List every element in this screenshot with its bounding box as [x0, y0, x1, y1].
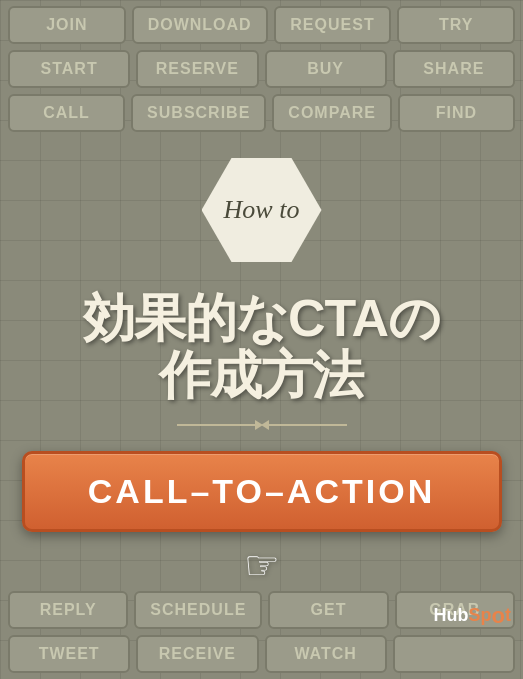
heading-line2: 作成方法	[83, 347, 440, 404]
btn-download[interactable]: DOWNLOAD	[132, 6, 268, 44]
btn-share[interactable]: SHARE	[393, 50, 515, 88]
top-button-row-1: JOIN DOWNLOAD REQUEST TRY	[0, 0, 523, 50]
top-button-row-2: START RESERVE BUY SHARE	[0, 44, 523, 94]
btn-find[interactable]: FIND	[398, 94, 515, 132]
btn-try[interactable]: TRY	[397, 6, 515, 44]
btn-compare[interactable]: COMPARE	[272, 94, 392, 132]
cursor-icon: ☞	[244, 542, 280, 588]
btn-watch[interactable]: WATCH	[265, 635, 387, 673]
btn-subscribe[interactable]: SUBSCRIBE	[131, 94, 266, 132]
btn-get[interactable]: GET	[268, 591, 388, 629]
cta-main-button[interactable]: CALL–TO–ACTION	[22, 451, 502, 532]
hubspot-hub: Hub	[434, 605, 469, 625]
left-arrow	[177, 424, 257, 426]
btn-join[interactable]: JOIN	[8, 6, 126, 44]
btn-receive[interactable]: RECEIVE	[136, 635, 258, 673]
hubspot-logo: HubSpot	[434, 603, 511, 629]
btn-buy[interactable]: BUY	[265, 50, 387, 88]
btn-schedule[interactable]: SCHEDULE	[134, 591, 262, 629]
right-arrow	[267, 424, 347, 426]
main-heading: 効果的なCTAの 作成方法	[83, 290, 440, 404]
bottom-button-row-2: TWEET RECEIVE WATCH	[0, 629, 523, 679]
how-to-label: How to	[224, 195, 300, 225]
hubspot-t: t	[505, 605, 511, 625]
hexagon-shape: How to	[202, 158, 322, 262]
hubspot-spot: Sp	[469, 605, 492, 625]
btn-empty	[393, 635, 515, 673]
btn-start[interactable]: START	[8, 50, 130, 88]
btn-reserve[interactable]: RESERVE	[136, 50, 258, 88]
btn-tweet[interactable]: TWEET	[8, 635, 130, 673]
main-content: How to 効果的なCTAの 作成方法 CALL–TO–ACTION ☞	[0, 130, 523, 589]
btn-request[interactable]: REQUEST	[274, 6, 392, 44]
hexagon-badge: How to	[197, 150, 327, 270]
hubspot-dot: o	[492, 603, 505, 628]
arrow-decoration	[0, 424, 523, 426]
btn-reply[interactable]: REPLY	[8, 591, 128, 629]
heading-line1: 効果的なCTAの	[83, 290, 440, 347]
btn-call[interactable]: CALL	[8, 94, 125, 132]
